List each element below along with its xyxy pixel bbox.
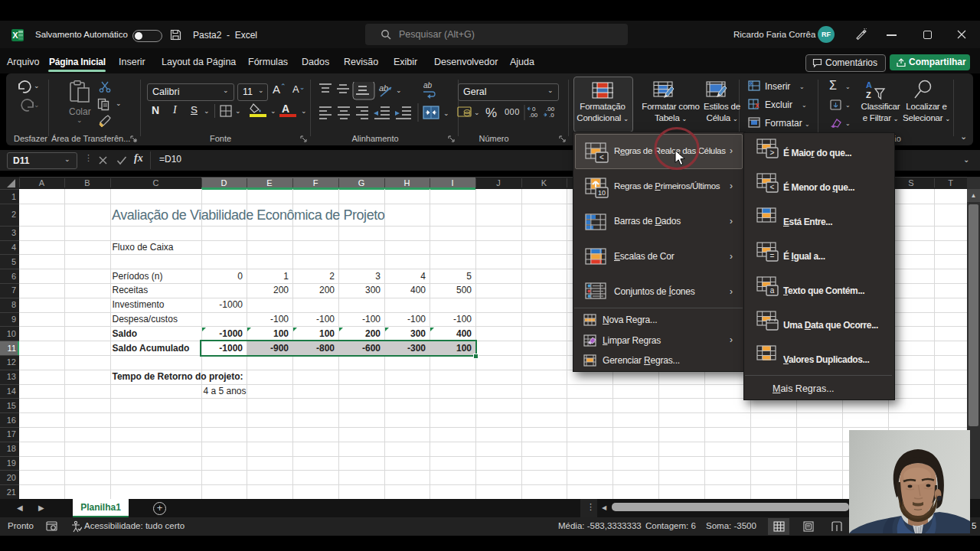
svg-text:000: 000 xyxy=(505,107,520,116)
svg-text:Z: Z xyxy=(866,90,871,99)
svg-text:⌄: ⌄ xyxy=(396,86,402,94)
svg-text:.0: .0 xyxy=(549,112,554,119)
svg-text:x: x xyxy=(755,101,760,109)
svg-text:X: X xyxy=(12,31,18,40)
svg-text:.00: .00 xyxy=(529,112,538,119)
svg-text:A: A xyxy=(866,80,872,90)
svg-text:⌄: ⌄ xyxy=(474,109,480,116)
svg-text:ab: ab xyxy=(423,82,433,90)
svg-text:%: % xyxy=(485,106,497,120)
svg-text:⌄: ⌄ xyxy=(443,109,449,117)
